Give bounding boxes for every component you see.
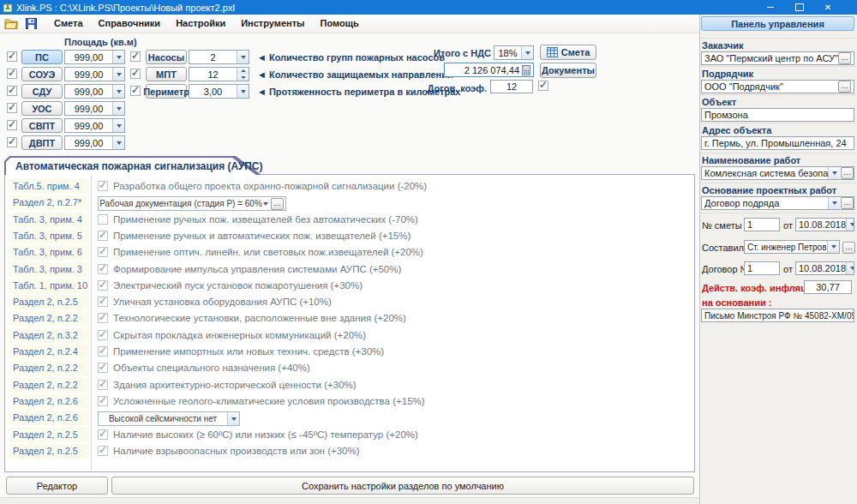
param-dropdown-perimetr[interactable]: 3,00 [189,84,249,99]
spinner-icon[interactable] [237,68,249,81]
option-checkbox[interactable] [98,330,108,340]
total-value-field[interactable]: 2 126 074,44 [444,63,534,77]
chevron-down-icon[interactable] [227,412,239,425]
more-button[interactable]: … [838,52,851,64]
chevron-down-icon[interactable] [112,68,124,81]
author-dropdown[interactable]: Ст. инженер Петров О.Н. [744,240,840,254]
estimate-date-dropdown[interactable]: 10.08.2018 [795,218,854,231]
section-ref-link[interactable]: Табл. 3, прим. 4 [9,213,89,227]
system-button-ps[interactable]: ПС [21,50,63,64]
chevron-down-icon[interactable] [827,241,839,253]
chevron-down-icon[interactable] [521,46,533,59]
option-checkbox[interactable] [98,280,108,291]
basis-dropdown[interactable]: Договор подряда … [701,196,854,210]
menu-nastroyki[interactable]: Настройки [168,15,233,33]
menu-spravochniki[interactable]: Справочники [91,15,169,33]
control-panel-header[interactable]: Панель управления [701,16,854,31]
contract-date-dropdown[interactable]: 10.08.2018 [795,261,854,275]
area-dropdown-soue[interactable]: 999,00 [64,67,125,81]
work-name-dropdown[interactable]: Комлексная система безопасности … [701,166,854,180]
estimate-button[interactable]: Смета [540,45,596,60]
address-field[interactable]: г. Пермь, ул. Промышленная, 24 [701,136,854,150]
system-checkbox-sdu[interactable] [7,86,17,96]
system-checkbox-ps[interactable] [7,51,17,62]
minimize-icon[interactable] [765,3,776,12]
option-checkbox[interactable] [98,313,108,323]
inflation-field[interactable]: 30,77 [804,280,852,294]
param-dropdown-nasosy[interactable]: 2 [189,50,249,64]
chevron-down-icon[interactable] [846,262,854,274]
editor-button[interactable]: Редактор [6,477,108,495]
estimate-no-field[interactable]: 1 [744,218,780,231]
option-checkbox[interactable] [98,446,108,456]
section-ref-link[interactable]: Раздел 2, п.2.4 [9,345,89,359]
save-defaults-button[interactable]: Сохранить настройки разделов по умолчани… [111,477,694,495]
param-checkbox-perimetr[interactable] [130,86,141,96]
chevron-down-icon[interactable] [112,51,124,63]
stage-dropdown[interactable]: Рабочая документация (стадия Р) = 60% … [98,196,286,211]
vat-dropdown[interactable]: 18% [494,45,534,60]
chevron-down-icon[interactable] [112,102,124,115]
section-ref-link[interactable]: Раздел 2, п.2.5 [9,295,89,309]
basis-doc-field[interactable]: Письмо Минстроя РФ № 45082-ХМ/09 от 05 [701,309,854,322]
option-checkbox[interactable] [98,297,108,307]
system-checkbox-svpt[interactable] [7,120,17,130]
area-dropdown-svpt[interactable]: 999,00 [64,118,125,133]
section-ref-link[interactable]: Раздел 2, п.3.2 [9,328,89,343]
section-ref-link[interactable]: Табл.5. прим. 4 [9,179,89,194]
section-ref-link[interactable]: Табл. 3, прим. 3 [9,262,89,277]
section-ref-link[interactable]: Раздел 2, п.2.5 [9,428,89,442]
more-button[interactable]: … [841,197,854,209]
close-icon[interactable] [823,3,833,12]
option-checkbox[interactable] [98,264,108,274]
section-ref-link[interactable]: Раздел 2, п.2.6 [9,394,89,409]
option-checkbox[interactable] [98,429,108,440]
chevron-down-icon[interactable] [828,167,840,179]
option-checkbox[interactable] [98,247,108,257]
section-ref-link[interactable]: Раздел 2, п.2.2 [9,361,89,375]
menu-instrumenty[interactable]: Инструменты [233,15,312,33]
option-checkbox[interactable] [98,380,108,390]
section-ref-link[interactable]: Раздел 2, п.2.7* [9,195,89,210]
system-checkbox-soue[interactable] [7,69,17,79]
section-ref-link[interactable]: Раздел 2, п.2.5 [9,444,89,459]
system-checkbox-uos[interactable] [7,103,17,113]
area-dropdown-uos[interactable]: 999,00 [64,101,125,116]
more-button[interactable]: … [271,198,284,210]
customer-field[interactable]: ЗАО "Пермский центр по АСУ" … [701,51,854,65]
more-button[interactable]: … [841,167,854,179]
area-dropdown-dvpt[interactable]: 999,00 [64,135,125,150]
param-button-mpt[interactable]: МПТ [146,67,187,81]
menu-smeta[interactable]: Смета [46,15,91,33]
option-checkbox[interactable] [98,396,108,406]
section-ref-link[interactable]: Табл. 1, прим. 10 [9,279,89,293]
option-checkbox[interactable] [98,181,108,191]
menu-pomosch[interactable]: Помощь [312,15,366,33]
contractor-field[interactable]: ООО "Подрядчик" … [701,80,854,93]
open-folder-icon[interactable] [3,17,20,31]
object-field[interactable]: Промзона [701,108,854,122]
section-ref-link[interactable]: Раздел 2, п.2.2 [9,378,89,393]
chevron-down-icon[interactable] [828,197,840,209]
chevron-down-icon[interactable] [237,85,249,98]
more-button[interactable]: … [842,242,855,254]
seismicity-dropdown[interactable]: Высокой сейсмичности нет [98,411,240,426]
param-checkbox-mpt[interactable] [130,69,141,79]
option-checkbox[interactable] [98,231,108,241]
system-button-sdu[interactable]: СДУ [21,84,63,99]
section-ref-link[interactable]: Раздел 2, п.2.6 [9,411,89,425]
option-checkbox[interactable] [98,346,108,357]
save-icon[interactable] [22,17,39,31]
chevron-down-icon[interactable] [112,119,124,132]
param-spinner-mpt[interactable]: 12 [189,67,249,81]
system-checkbox-dvpt[interactable] [7,137,17,147]
option-checkbox[interactable] [98,363,108,373]
param-checkbox-nasosy[interactable] [130,51,141,62]
section-ref-link[interactable]: Раздел 2, п.2.2 [9,311,89,326]
calculator-icon[interactable] [522,65,530,75]
system-button-svpt[interactable]: СВПТ [21,118,63,133]
chevron-down-icon[interactable] [112,136,124,149]
chevron-down-icon[interactable] [237,51,249,63]
param-button-perimetr[interactable]: Периметр [146,84,187,99]
option-checkbox[interactable] [98,214,108,225]
